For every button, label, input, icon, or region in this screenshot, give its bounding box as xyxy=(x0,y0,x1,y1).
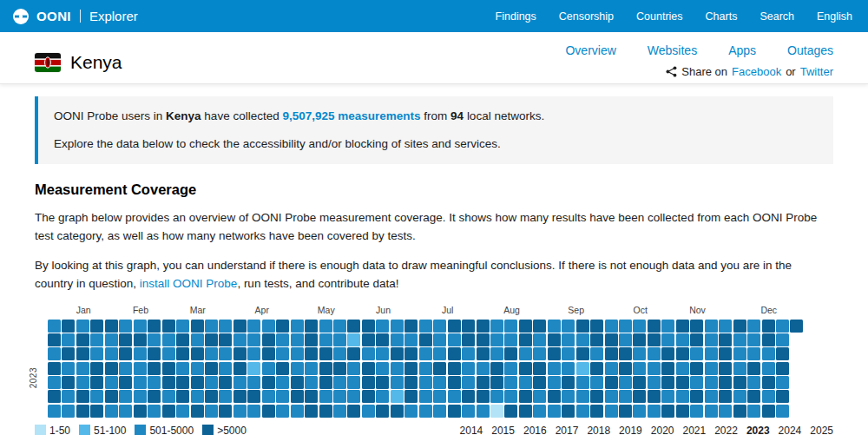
heatmap-cell[interactable] xyxy=(433,320,446,333)
heatmap-cell[interactable] xyxy=(219,405,232,418)
heatmap-cell[interactable] xyxy=(162,362,175,375)
heatmap-cell[interactable] xyxy=(391,320,404,333)
heatmap-cell[interactable] xyxy=(562,333,575,346)
heatmap-cell[interactable] xyxy=(219,362,232,375)
heatmap-cell[interactable] xyxy=(676,320,689,333)
heatmap-cell[interactable] xyxy=(433,333,446,346)
heatmap-cell[interactable] xyxy=(191,390,204,403)
heatmap-cell[interactable] xyxy=(719,320,732,333)
heatmap-cell[interactable] xyxy=(705,320,718,333)
heatmap-cell[interactable] xyxy=(648,376,661,389)
heatmap-cell[interactable] xyxy=(262,376,275,389)
heatmap-cell[interactable] xyxy=(176,362,189,375)
heatmap-cell[interactable] xyxy=(690,405,703,418)
heatmap-cell[interactable] xyxy=(619,390,632,403)
nav-item-search[interactable]: Search xyxy=(760,10,794,23)
heatmap-cell[interactable] xyxy=(590,333,603,346)
heatmap-cell[interactable] xyxy=(762,347,775,360)
heatmap-cell[interactable] xyxy=(719,347,732,360)
heatmap-cell[interactable] xyxy=(548,362,561,375)
heatmap-cell[interactable] xyxy=(347,347,360,360)
heatmap-cell[interactable] xyxy=(477,376,490,389)
heatmap-cell[interactable] xyxy=(262,390,275,403)
heatmap-cell[interactable] xyxy=(362,347,375,360)
heatmap-cell[interactable] xyxy=(661,390,674,403)
heatmap-cell[interactable] xyxy=(262,362,275,375)
heatmap-cell[interactable] xyxy=(148,405,161,418)
year-item-2015[interactable]: 2015 xyxy=(491,425,515,435)
heatmap-cell[interactable] xyxy=(747,390,760,403)
heatmap-cell[interactable] xyxy=(319,347,332,360)
heatmap-cell[interactable] xyxy=(262,405,275,418)
heatmap-cell[interactable] xyxy=(205,347,218,360)
heatmap-cell[interactable] xyxy=(533,362,546,375)
heatmap-cell[interactable] xyxy=(76,405,89,418)
heatmap-cell[interactable] xyxy=(205,376,218,389)
heatmap-cell[interactable] xyxy=(162,376,175,389)
heatmap-cell[interactable] xyxy=(105,376,118,389)
heatmap-cell[interactable] xyxy=(404,362,418,375)
heatmap-cell[interactable] xyxy=(233,362,247,375)
heatmap-cell[interactable] xyxy=(519,347,532,360)
heatmap-cell[interactable] xyxy=(576,405,589,418)
heatmap-cell[interactable] xyxy=(333,320,346,333)
brand[interactable]: OONI Explorer xyxy=(12,8,138,25)
heatmap-cell[interactable] xyxy=(219,320,232,333)
heatmap-cell[interactable] xyxy=(648,320,661,333)
heatmap-cell[interactable] xyxy=(148,362,161,375)
heatmap-cell[interactable] xyxy=(519,362,532,375)
heatmap-cell[interactable] xyxy=(291,320,304,333)
heatmap-cell[interactable] xyxy=(247,333,260,346)
heatmap-cell[interactable] xyxy=(391,376,404,389)
heatmap-cell[interactable] xyxy=(404,347,418,360)
heatmap-cell[interactable] xyxy=(747,376,760,389)
heatmap-cell[interactable] xyxy=(105,362,118,375)
heatmap-cell[interactable] xyxy=(205,333,218,346)
heatmap-cell[interactable] xyxy=(477,405,490,418)
heatmap-cell[interactable] xyxy=(319,376,332,389)
country-link-outages[interactable]: Outages xyxy=(787,43,833,57)
heatmap-cell[interactable] xyxy=(333,362,346,375)
heatmap-cell[interactable] xyxy=(176,405,189,418)
heatmap-cell[interactable] xyxy=(319,405,332,418)
heatmap-cell[interactable] xyxy=(605,333,618,346)
heatmap-cell[interactable] xyxy=(633,347,646,360)
heatmap-cell[interactable] xyxy=(490,333,503,346)
heatmap-cell[interactable] xyxy=(519,320,532,333)
heatmap-cell[interactable] xyxy=(319,320,332,333)
heatmap-cell[interactable] xyxy=(448,405,461,418)
year-item-2025[interactable]: 2025 xyxy=(810,425,833,435)
heatmap-cell[interactable] xyxy=(633,333,646,346)
year-item-2019[interactable]: 2019 xyxy=(619,425,642,435)
heatmap-cell[interactable] xyxy=(690,333,703,346)
heatmap-cell[interactable] xyxy=(690,347,703,360)
heatmap-cell[interactable] xyxy=(477,333,490,346)
heatmap-cell[interactable] xyxy=(48,320,61,333)
heatmap-cell[interactable] xyxy=(747,320,760,333)
heatmap-cell[interactable] xyxy=(333,376,346,389)
heatmap-cell[interactable] xyxy=(533,347,546,360)
heatmap-cell[interactable] xyxy=(619,376,632,389)
heatmap-cell[interactable] xyxy=(162,320,175,333)
heatmap-cell[interactable] xyxy=(233,376,247,389)
heatmap-cell[interactable] xyxy=(605,390,618,403)
heatmap-cell[interactable] xyxy=(533,405,546,418)
heatmap-cell[interactable] xyxy=(148,333,161,346)
heatmap-cell[interactable] xyxy=(276,347,289,360)
heatmap-cell[interactable] xyxy=(733,390,746,403)
heatmap-cell[interactable] xyxy=(462,362,475,375)
heatmap-cell[interactable] xyxy=(362,333,375,346)
nav-item-charts[interactable]: Charts xyxy=(706,10,738,23)
heatmap-cell[interactable] xyxy=(676,347,689,360)
heatmap-cell[interactable] xyxy=(76,362,89,375)
heatmap-cell[interactable] xyxy=(148,320,161,333)
heatmap-cell[interactable] xyxy=(76,333,89,346)
heatmap-cell[interactable] xyxy=(705,333,718,346)
heatmap-cell[interactable] xyxy=(661,320,674,333)
heatmap-cell[interactable] xyxy=(533,376,546,389)
heatmap-cell[interactable] xyxy=(419,405,432,418)
heatmap-cell[interactable] xyxy=(648,405,661,418)
heatmap-cell[interactable] xyxy=(504,362,517,375)
heatmap-cell[interactable] xyxy=(362,320,375,333)
heatmap-cell[interactable] xyxy=(148,390,161,403)
